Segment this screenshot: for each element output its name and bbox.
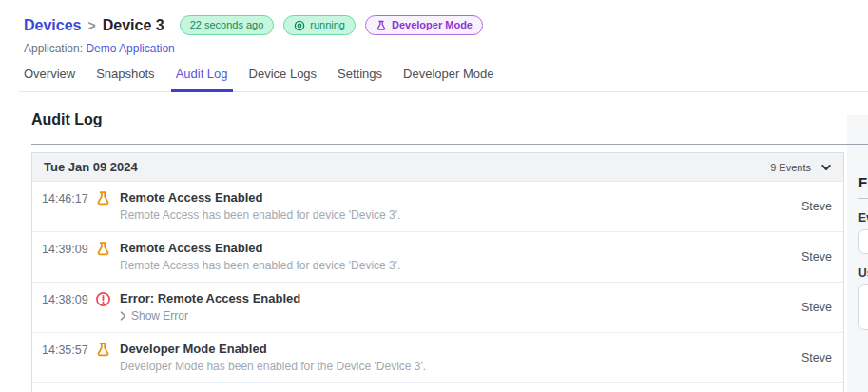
content-area: Audit Log Tue Jan 09 2024 9 Events 14:46… [0, 111, 868, 392]
event-description: Remote Access has been enabled for devic… [120, 259, 792, 272]
event-user: Steve [801, 301, 832, 314]
filter-users-label: Users [858, 266, 868, 280]
event-time: 14:39:09 [42, 243, 89, 256]
event-title: Error: Remote Access Enabled [120, 291, 792, 306]
event-time: 14:38:09 [42, 293, 89, 306]
breadcrumb-current-device: Device 3 [103, 17, 164, 34]
show-error-toggle[interactable]: Show Error [120, 309, 792, 323]
tab-device-logs[interactable]: Device Logs [244, 67, 322, 92]
flask-icon [95, 190, 111, 206]
running-status-icon [294, 20, 305, 31]
filter-panel-title: Filter [858, 174, 868, 190]
chevron-down-icon[interactable] [820, 162, 832, 173]
breadcrumb: Devices > Device 3 22 seconds ago runnin… [24, 15, 868, 35]
application-row: Application: Demo Application [24, 42, 868, 55]
table-row: 14:38:09 Error: Remote Access Enabled Sh… [32, 282, 843, 332]
event-title: Remote Access Enabled [120, 190, 792, 206]
event-user: Steve [801, 200, 832, 213]
table-row: 14:35:57 Developer Mode Enabled Develope… [32, 332, 843, 382]
event-title: Remote Access Enabled [120, 241, 792, 256]
filter-events-input[interactable] [858, 229, 868, 254]
events-count: 9 Events [770, 162, 811, 173]
error-icon [95, 291, 111, 307]
event-time: 14:35:57 [42, 343, 89, 357]
tab-settings[interactable]: Settings [333, 67, 387, 92]
tab-overview[interactable]: Overview [19, 67, 80, 92]
day-group-date: Tue Jan 09 2024 [44, 160, 138, 174]
running-status-badge: running [283, 15, 356, 35]
filter-panel: Filter Events Users [858, 174, 868, 330]
tab-bar: Overview Snapshots Audit Log Device Logs… [19, 67, 868, 92]
title-divider [31, 144, 868, 145]
developer-mode-badge: Developer Mode [365, 15, 483, 35]
flask-icon [95, 241, 111, 257]
breadcrumb-separator: > [88, 18, 96, 33]
running-status-label: running [310, 19, 345, 31]
status-badges: 22 seconds ago running Developer Mode [180, 15, 483, 35]
developer-mode-badge-label: Developer Mode [392, 19, 473, 31]
filter-users-input[interactable] [858, 284, 868, 330]
table-row: 14:39:09 Remote Access Enabled Remote Ac… [32, 231, 843, 282]
event-time: 14:46:17 [42, 192, 89, 206]
chevron-right-icon [120, 311, 126, 321]
event-user: Steve [801, 351, 832, 364]
filter-events-label: Events [858, 211, 868, 225]
tab-snapshots[interactable]: Snapshots [91, 67, 159, 92]
tab-developer-mode[interactable]: Developer Mode [398, 67, 498, 92]
show-error-label: Show Error [131, 309, 188, 323]
breadcrumb-devices-link[interactable]: Devices [24, 17, 82, 34]
table-row: 14:35:30 Developer Mode Disabled Steve [32, 382, 843, 392]
filter-panel-divider [858, 198, 868, 199]
application-label: Application: [24, 42, 83, 55]
event-description: Remote Access has been enabled for devic… [120, 208, 792, 222]
table-row: 14:46:17 Remote Access Enabled Remote Ac… [32, 181, 843, 231]
audit-log-table: Tue Jan 09 2024 9 Events 14:46:17 Remote… [31, 152, 844, 392]
application-link[interactable]: Demo Application [86, 42, 174, 55]
flask-icon [376, 20, 387, 31]
day-group-header[interactable]: Tue Jan 09 2024 9 Events [32, 153, 843, 181]
page-title: Audit Log [31, 111, 868, 128]
last-seen-badge: 22 seconds ago [180, 15, 275, 35]
event-user: Steve [801, 250, 832, 264]
flask-icon [95, 342, 111, 358]
event-title: Developer Mode Enabled [120, 342, 792, 357]
page-header: Devices > Device 3 22 seconds ago runnin… [0, 0, 868, 55]
event-description: Developer Mode has been enabled for the … [120, 360, 792, 373]
last-seen-badge-label: 22 seconds ago [190, 19, 264, 31]
tab-audit-log[interactable]: Audit Log [171, 67, 233, 92]
